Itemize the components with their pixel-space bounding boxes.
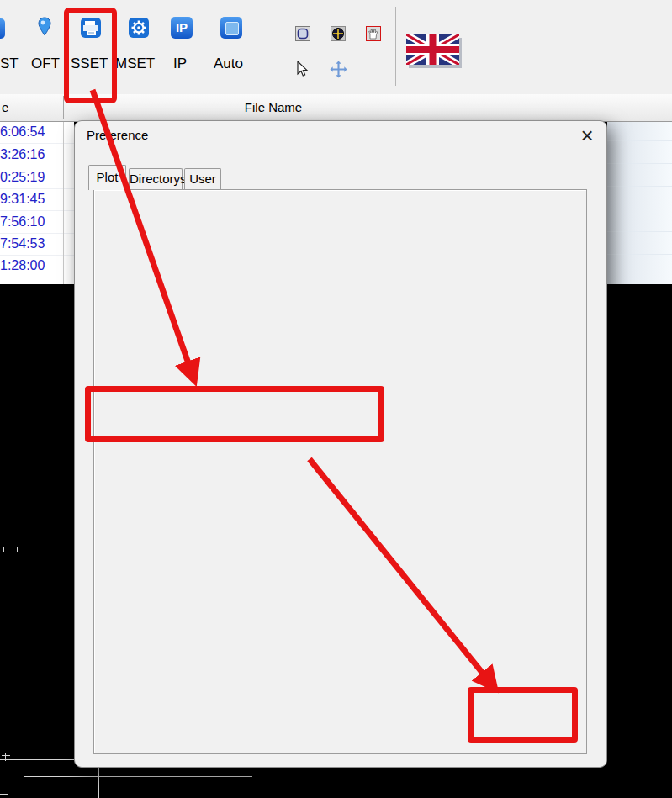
toolbar-button-auto[interactable]: Auto	[212, 12, 247, 79]
plot-tick	[3, 547, 4, 552]
plot-tick	[17, 547, 18, 552]
compass-icon[interactable]	[331, 26, 346, 41]
toolbar-separator	[395, 7, 396, 86]
plot-tick	[0, 794, 8, 795]
toolbar-button-mset[interactable]: MSET	[115, 12, 156, 79]
dialog-title: Preference	[87, 128, 148, 142]
toolbar: ST OFT SSET	[0, 0, 672, 96]
hand-icon[interactable]	[366, 26, 381, 41]
plot-line	[24, 776, 252, 777]
fit-icon[interactable]	[295, 26, 310, 41]
toolbar-button-oft[interactable]: OFT	[30, 12, 59, 79]
toolbar-separator	[278, 7, 278, 86]
column-header-time: e	[2, 100, 8, 114]
toolbar-label: IP	[173, 55, 187, 72]
toolbar-label: MSET	[115, 55, 155, 72]
app-window: ST OFT SSET	[0, 0, 672, 798]
column-separator	[63, 121, 64, 284]
tab-panel	[93, 189, 587, 754]
file-list-right	[607, 118, 672, 284]
column-separator	[484, 96, 484, 119]
printer-icon	[80, 17, 102, 39]
tab-plot[interactable]: Plot	[88, 165, 126, 190]
file-table-header: e File Name	[0, 94, 672, 122]
pin-icon	[38, 17, 51, 37]
toolbar-label: ST	[0, 55, 19, 72]
toolbar-label: SSET	[71, 55, 108, 72]
plot-tick	[5, 753, 6, 761]
partial-icon	[0, 18, 5, 39]
column-header-filename: File Name	[63, 100, 484, 114]
cursor-icon[interactable]	[296, 61, 311, 79]
close-icon[interactable]: ×	[574, 124, 601, 149]
square-icon	[220, 17, 242, 39]
gear-icon	[128, 17, 150, 39]
plot-tick	[2, 755, 10, 756]
toolbar-button-ip[interactable]: IP IP	[168, 12, 195, 79]
file-list-left: 6:06:54 3:26:16 0:25:19 9:31:45 7:56:10 …	[0, 121, 74, 284]
toolbar-label: OFT	[31, 55, 60, 72]
ip-icon: IP	[171, 17, 193, 39]
uk-flag[interactable]	[406, 34, 459, 65]
plot-line	[0, 547, 74, 547]
preference-dialog: Preference × Plot Directorys User Scale …	[74, 120, 607, 768]
toolbar-button-sset[interactable]: SSET	[69, 12, 106, 79]
toolbar-button-st[interactable]: ST	[0, 12, 25, 79]
toolbar-label: Auto	[214, 55, 243, 72]
move-icon[interactable]	[330, 61, 347, 78]
tab-directorys[interactable]: Directorys	[129, 168, 183, 190]
tab-user[interactable]: User	[184, 168, 221, 190]
